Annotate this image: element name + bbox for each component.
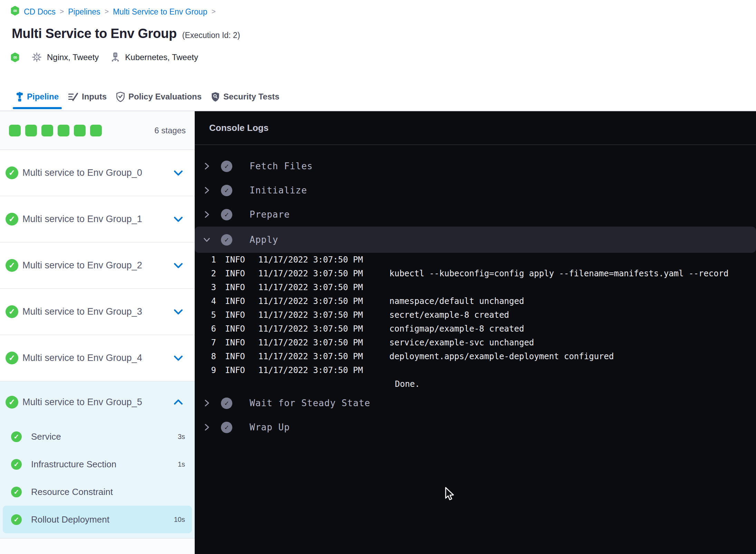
log-line: 6INFO11/17/2022 3:07:50 PMconfigmap/exam… xyxy=(195,322,756,336)
stage-label: Multi service to Env Group_1 xyxy=(22,214,142,225)
console-section-row[interactable]: ✓Fetch Files xyxy=(195,154,756,178)
step-row[interactable]: ✓Rollout Deployment10s xyxy=(3,506,192,533)
breadcrumb-separator-icon: > xyxy=(60,7,64,16)
step-row[interactable]: ✓Resource Constraint xyxy=(0,478,195,506)
success-check-icon: ✓ xyxy=(6,213,18,226)
success-check-icon: ✓ xyxy=(6,305,18,318)
log-level: INFO xyxy=(225,296,251,306)
chevron-right-icon[interactable] xyxy=(202,161,211,171)
console-section-row[interactable]: ✓Wrap Up xyxy=(195,415,756,439)
console-section-row[interactable]: ✓Wait for Steady State xyxy=(195,391,756,415)
stage-row[interactable]: ✓Multi service to Env Group_4 xyxy=(0,335,195,381)
step-row[interactable]: ✓Infrastructure Section1s xyxy=(0,450,195,478)
log-message: secret/example-8 created xyxy=(389,310,509,320)
breadcrumb-link-pipeline-name[interactable]: Multi Service to Env Group xyxy=(113,7,207,17)
chevron-down-icon[interactable] xyxy=(174,309,183,315)
expanded-stage-section: ✓ Multi service to Env Group_5 ✓Service3… xyxy=(0,381,195,538)
chevron-down-icon[interactable] xyxy=(202,236,211,243)
log-timestamp: 11/17/2022 3:07:50 PM xyxy=(258,255,389,265)
success-check-icon: ✓ xyxy=(6,259,18,272)
console-header: Console Logs xyxy=(195,111,756,145)
chevron-right-icon[interactable] xyxy=(202,398,211,408)
tab-inputs-label: Inputs xyxy=(82,92,107,102)
log-line: 1INFO11/17/2022 3:07:50 PM xyxy=(195,253,756,267)
stage-label: Multi service to Env Group_5 xyxy=(22,397,142,408)
log-timestamp: 11/17/2022 3:07:50 PM xyxy=(258,269,389,278)
stage-row[interactable]: ✓Multi service to Env Group_1 xyxy=(0,196,195,242)
tab-security-tests[interactable]: Security Tests xyxy=(211,83,279,111)
step-duration: 1s xyxy=(178,460,185,468)
tab-pipeline[interactable]: Pipeline xyxy=(16,83,59,111)
execution-id-label: (Execution Id: 2) xyxy=(182,31,240,40)
log-line-number: 1 xyxy=(195,255,216,265)
log-timestamp: 11/17/2022 3:07:50 PM xyxy=(258,324,389,334)
chevron-down-icon[interactable] xyxy=(174,262,183,269)
step-row[interactable]: ✓Service3s xyxy=(0,423,195,450)
stages-summary-strip: 6 stages xyxy=(0,111,195,150)
log-line: 3INFO11/17/2022 3:07:50 PM xyxy=(195,280,756,294)
breadcrumb-separator-icon: > xyxy=(105,7,109,16)
log-timestamp: 11/17/2022 3:07:50 PM xyxy=(258,365,389,375)
log-line-number: 8 xyxy=(195,352,216,361)
log-message: configmap/example-8 created xyxy=(389,324,524,334)
success-check-icon: ✓ xyxy=(221,209,232,220)
chevron-right-icon[interactable] xyxy=(202,210,211,219)
step-label: Infrastructure Section xyxy=(31,459,116,470)
log-line-number: 4 xyxy=(195,296,216,306)
log-timestamp: 11/17/2022 3:07:50 PM xyxy=(258,338,389,347)
harness-cd-icon: ∞ xyxy=(10,6,20,18)
step-duration: 3s xyxy=(178,433,185,441)
chevron-down-icon[interactable] xyxy=(174,216,183,222)
chevron-right-icon[interactable] xyxy=(202,185,211,195)
success-check-icon: ✓ xyxy=(11,514,22,525)
tab-inputs[interactable]: Inputs xyxy=(68,83,107,111)
console-section-row[interactable]: ✓Apply xyxy=(195,227,756,253)
log-line-number: 9 xyxy=(195,365,216,375)
gear-icon xyxy=(31,52,42,63)
console-section-row[interactable]: ✓Prepare xyxy=(195,202,756,227)
chevron-down-icon[interactable] xyxy=(174,170,183,176)
success-check-icon: ✓ xyxy=(6,352,18,364)
success-check-icon: ✓ xyxy=(6,166,18,179)
chevron-up-icon[interactable] xyxy=(174,399,183,405)
log-line: 8INFO11/17/2022 3:07:50 PMdeployment.app… xyxy=(195,350,756,363)
log-timestamp: 11/17/2022 3:07:50 PM xyxy=(258,310,389,320)
log-line: 4INFO11/17/2022 3:07:50 PMnamespace/defa… xyxy=(195,294,756,308)
chevron-right-icon[interactable] xyxy=(202,422,211,432)
chevron-down-icon[interactable] xyxy=(174,355,183,361)
success-check-icon: ✓ xyxy=(221,398,232,409)
sidebar-bottom-filler xyxy=(0,538,195,554)
step-label: Service xyxy=(31,431,61,442)
log-level: INFO xyxy=(225,255,251,265)
log-line-number: 7 xyxy=(195,338,216,347)
log-timestamp: 11/17/2022 3:07:50 PM xyxy=(258,283,389,292)
stage-status-square xyxy=(41,125,53,136)
stage-row[interactable]: ✓Multi service to Env Group_0 xyxy=(0,150,195,196)
services-label: Nginx, Tweety xyxy=(47,52,99,62)
svg-text:∞: ∞ xyxy=(13,7,17,14)
log-message: service/example-svc unchanged xyxy=(389,338,534,347)
stage-row[interactable]: ✓Multi service to Env Group_2 xyxy=(0,242,195,289)
breadcrumb-link-cd-docs[interactable]: CD Docs xyxy=(24,7,56,17)
tab-pipeline-label: Pipeline xyxy=(27,92,59,102)
harness-cd-icon: ∞ xyxy=(10,52,20,63)
policy-shield-icon xyxy=(116,92,125,102)
success-check-icon: ✓ xyxy=(221,234,232,246)
step-duration: 10s xyxy=(174,516,185,524)
log-line: 9INFO11/17/2022 3:07:50 PM xyxy=(195,363,756,377)
log-level: INFO xyxy=(225,338,251,347)
tab-bar: Pipeline Inputs Policy Evaluations Secur… xyxy=(0,83,756,111)
stage-list-panel: 6 stages ✓Multi service to Env Group_0✓M… xyxy=(0,111,195,554)
breadcrumb: ∞ CD Docs > Pipelines > Multi Service to… xyxy=(10,6,216,18)
breadcrumb-link-pipelines[interactable]: Pipelines xyxy=(68,7,100,17)
stage-row[interactable]: ✓Multi service to Env Group_3 xyxy=(0,289,195,335)
stage-status-square xyxy=(74,125,86,136)
tab-policy-evaluations[interactable]: Policy Evaluations xyxy=(116,83,202,111)
log-line: 5INFO11/17/2022 3:07:50 PMsecret/example… xyxy=(195,308,756,322)
console-section-label: Wrap Up xyxy=(250,422,290,432)
pipeline-icon xyxy=(16,92,23,102)
stage-label: Multi service to Env Group_0 xyxy=(22,168,142,178)
stage-row-expanded[interactable]: ✓ Multi service to Env Group_5 xyxy=(0,381,195,423)
console-section-row[interactable]: ✓Initialize xyxy=(195,178,756,202)
stage-status-squares xyxy=(9,125,102,136)
